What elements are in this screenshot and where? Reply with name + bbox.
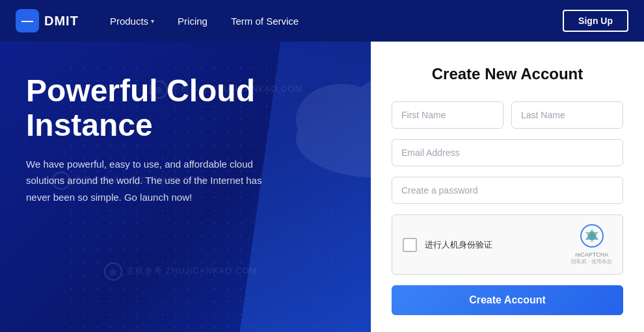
- hero-section: ⊕主机参考 ZHUJICANKAO.COM ⊕主机参考 ZHUJICANKAO.…: [0, 42, 644, 332]
- password-input[interactable]: [392, 177, 623, 204]
- signup-button[interactable]: Sign Up: [563, 10, 628, 32]
- recaptcha-policy-text: 隐私权 · 使用条款: [571, 258, 612, 265]
- name-row: [392, 101, 623, 129]
- recaptcha-right: reCAPTCHA 隐私权 · 使用条款: [571, 224, 612, 265]
- hero-title: Powerful Cloud Instance: [26, 74, 312, 143]
- logo-text: DMIT: [44, 14, 79, 29]
- first-name-field: [392, 101, 503, 129]
- recaptcha-logo-icon: [580, 224, 604, 248]
- hero-content: Powerful Cloud Instance We have powerful…: [0, 42, 338, 238]
- first-name-input[interactable]: [392, 101, 503, 129]
- last-name-input[interactable]: [511, 101, 623, 129]
- email-input[interactable]: [392, 139, 623, 166]
- recaptcha-checkbox[interactable]: [403, 238, 417, 252]
- chevron-down-icon: ▾: [151, 18, 154, 25]
- navbar: — DMIT Products ▾ Pricing Term of Servic…: [0, 0, 644, 42]
- nav-links: Products ▾ Pricing Term of Service: [100, 10, 563, 32]
- recaptcha-label: 进行人机身份验证: [425, 239, 492, 251]
- recaptcha-brand-text: reCAPTCHA: [571, 251, 612, 258]
- nav-tos[interactable]: Term of Service: [221, 10, 309, 32]
- watermark-3: ⊕主机参考 ZHUJICANKAO.COM: [104, 262, 257, 281]
- submit-button[interactable]: Create Account: [392, 285, 623, 315]
- nav-products[interactable]: Products ▾: [100, 10, 165, 32]
- logo-icon: —: [16, 9, 39, 32]
- signup-form-panel: Create New Account 进行人机身份验证: [371, 42, 644, 332]
- nav-pricing[interactable]: Pricing: [167, 10, 218, 32]
- hero-description: We have powerful, easy to use, and affor…: [26, 156, 273, 206]
- last-name-field: [511, 101, 623, 129]
- form-title: Create New Account: [392, 65, 623, 83]
- recaptcha-left: 进行人机身份验证: [403, 238, 492, 252]
- logo-area[interactable]: — DMIT: [16, 9, 79, 32]
- recaptcha-widget[interactable]: 进行人机身份验证 reCAPTCHA 隐私权 · 使用条款: [392, 214, 623, 275]
